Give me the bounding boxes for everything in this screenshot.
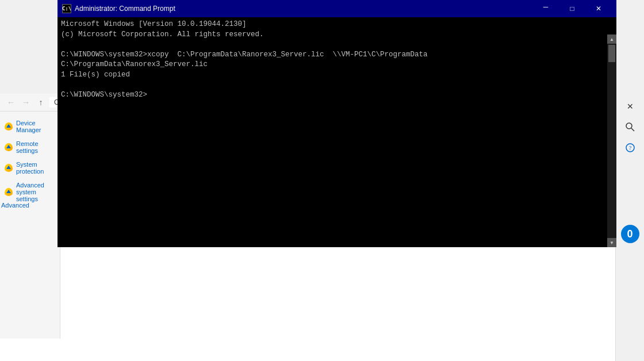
cmd-window: C:\ Administrator: Command Prompt ─ □ ✕ … xyxy=(57,0,616,247)
cmd-title: Administrator: Command Prompt xyxy=(75,5,175,13)
cmd-line-8: C:\WINDOWS\system32> xyxy=(61,90,605,101)
minimize-icon: ─ xyxy=(543,3,549,11)
maximize-icon: □ xyxy=(570,5,574,13)
cmd-line-3 xyxy=(61,40,605,50)
cmd-icon: C:\ xyxy=(62,4,71,13)
shield-icon-advanced xyxy=(5,188,13,196)
shield-icon-remote xyxy=(5,143,13,151)
minimize-button[interactable]: ─ xyxy=(532,0,559,17)
cmd-line-1: Microsoft Windows [Version 10.0.19044.21… xyxy=(61,20,605,30)
close-icon: ✕ xyxy=(627,102,634,111)
blue-circle-indicator: 0 xyxy=(621,225,639,243)
sidebar-item-protection[interactable]: System protection xyxy=(0,158,60,178)
right-panel: ✕ ? 0 xyxy=(615,94,644,361)
svg-line-1 xyxy=(631,128,634,131)
cmd-titlebar-left: C:\ Administrator: Command Prompt xyxy=(62,4,175,13)
circle-label: 0 xyxy=(627,228,632,240)
scroll-down-arrow[interactable]: ▼ xyxy=(607,238,616,247)
up-button[interactable]: ↑ xyxy=(34,96,47,109)
cmd-line-2: (c) Microsoft Corporation. All rights re… xyxy=(61,30,605,40)
search-icon xyxy=(626,122,635,132)
scroll-track xyxy=(607,44,616,238)
svg-text:?: ? xyxy=(628,145,631,151)
shield-icon-device xyxy=(5,122,13,130)
back-button[interactable]: ← xyxy=(5,96,17,109)
svg-point-0 xyxy=(626,123,632,129)
right-panel-search-button[interactable] xyxy=(622,119,638,135)
scroll-up-arrow[interactable]: ▲ xyxy=(607,34,616,44)
sidebar: Device Manager Remote settings System pr… xyxy=(0,112,60,339)
close-icon: ✕ xyxy=(596,5,601,13)
forward-button[interactable]: → xyxy=(20,96,32,109)
cmd-controls: ─ □ ✕ xyxy=(532,0,612,17)
cmd-titlebar: C:\ Administrator: Command Prompt ─ □ ✕ xyxy=(57,0,616,17)
close-button[interactable]: ✕ xyxy=(585,0,612,17)
advanced-link[interactable]: Advanced xyxy=(1,202,29,209)
cmd-line-6: 1 File(s) copied xyxy=(61,70,605,80)
right-panel-help-button[interactable]: ? xyxy=(622,140,638,156)
sidebar-item-remote[interactable]: Remote settings xyxy=(0,137,60,158)
cmd-line-5: C:\ProgramData\Ranorex3_Server.lic xyxy=(61,60,605,70)
help-icon: ? xyxy=(626,143,635,152)
scroll-thumb[interactable] xyxy=(608,45,615,62)
cmd-line-4: C:\WINDOWS\system32>xcopy C:\ProgramData… xyxy=(61,50,605,60)
cmd-scrollbar: ▲ ▼ xyxy=(607,34,616,247)
shield-icon-protection xyxy=(5,164,13,172)
maximize-button[interactable]: □ xyxy=(559,0,585,17)
cmd-body: Microsoft Windows [Version 10.0.19044.21… xyxy=(57,17,616,247)
right-panel-close-button[interactable]: ✕ xyxy=(622,98,638,114)
sidebar-item-device-manager[interactable]: Device Manager xyxy=(0,116,60,137)
cmd-line-7 xyxy=(61,80,605,90)
